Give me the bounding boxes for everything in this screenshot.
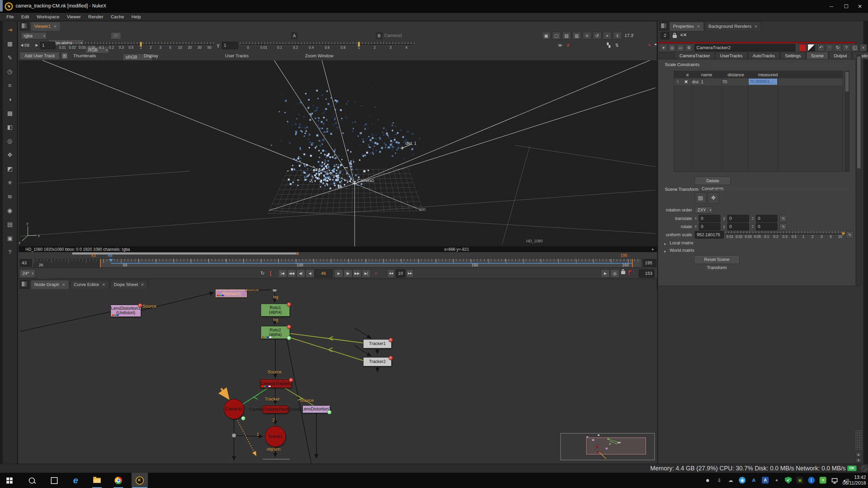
scroll-up-icon[interactable]: ▲ — [856, 452, 861, 457]
transport-button[interactable]: |▶ — [343, 269, 352, 278]
local-matrix-expander[interactable] — [664, 240, 666, 246]
node-camera1[interactable]: Camera1 — [224, 399, 244, 419]
node-graph-canvas[interactable]: LensDistortion1(Undistort)LensDistortion… — [19, 289, 657, 464]
properties-scrollbar[interactable] — [856, 54, 861, 286]
onedrive-icon[interactable]: ☁ — [726, 475, 736, 485]
reset-scene-transform-button[interactable]: Reset Scene Transform — [694, 255, 739, 264]
channels-cycle-icon[interactable]: ⇅ — [615, 43, 619, 48]
transform-tool-icon[interactable]: ✥ — [3, 150, 17, 160]
layer-stack-icon[interactable]: ≡ — [583, 32, 591, 39]
tab-background-renders[interactable]: Background Renders✕ — [705, 22, 762, 31]
toolsets-tool-icon[interactable]: ▣ — [3, 233, 17, 244]
time-tool-icon[interactable]: ◷ — [3, 67, 17, 77]
gamma-slider[interactable]: 00.010.10.20.40.60.81234 — [240, 41, 414, 50]
node-lensdistortion1[interactable]: LensDistortion1(Undistort) — [111, 305, 141, 317]
clear-panels-icon[interactable]: ≡✕ — [680, 32, 687, 38]
pane-menu-icon[interactable] — [659, 22, 669, 30]
set-in-icon[interactable]: [ — [270, 270, 272, 276]
draw-tool-icon[interactable]: ✎ — [3, 53, 17, 63]
transport-button[interactable]: ▶ — [334, 269, 343, 278]
start-button[interactable] — [1, 473, 18, 488]
zoom-level[interactable]: 17.3' — [625, 33, 634, 38]
pane-menu-icon[interactable] — [20, 280, 29, 289]
gain-slider[interactable]: 0.010.020.030.050.10.20.30.5123510203050 — [58, 41, 214, 50]
frame-range-icon[interactable]: ◎ — [610, 269, 619, 278]
collapse-toolbar-icon[interactable]: ▾▾ — [654, 43, 656, 46]
tab-dope-sheet[interactable]: Dope Sheet✕ — [110, 280, 148, 289]
menu-help[interactable]: Help — [128, 13, 145, 21]
lock-panels-icon[interactable] — [673, 33, 677, 38]
close-tab-icon[interactable]: ✕ — [697, 22, 700, 31]
node-scene1[interactable]: Scene1 — [265, 426, 286, 447]
taskbar-clock[interactable]: 13:42 06/11/2018 — [843, 474, 866, 486]
tab-autotracks[interactable]: AutoTracks — [748, 52, 780, 59]
network-icon[interactable] — [829, 475, 840, 485]
add-track-badge-icon[interactable]: ⊞ — [61, 52, 68, 60]
satellite-icon[interactable]: ⌖ — [772, 475, 782, 485]
frame-increment-field[interactable]: 10 — [396, 269, 405, 278]
help-icon[interactable]: ? — [843, 44, 850, 52]
current-frame-field[interactable]: 46 — [315, 269, 332, 278]
menu-viewer[interactable]: Viewer — [63, 13, 84, 21]
chrome-taskbar-icon[interactable] — [110, 473, 126, 488]
channel-tool-icon[interactable]: ≡ — [3, 81, 17, 91]
resize-grip[interactable] — [861, 465, 867, 472]
set-out-icon[interactable]: ○ — [374, 270, 377, 276]
rotate-x-field[interactable]: 0 — [699, 223, 721, 230]
proxy-toggle-icon[interactable]: ▢ — [552, 32, 561, 39]
skip-forward-button[interactable]: ▶▶ — [406, 269, 414, 278]
update-sync-icon[interactable]: ↺ — [593, 32, 601, 39]
people-icon[interactable]: ☻ — [703, 475, 713, 485]
views-tool-icon[interactable]: ◉ — [3, 206, 17, 216]
gain-next-icon[interactable]: ▸ — [35, 42, 39, 49]
particles-tool-icon[interactable]: ✳ — [3, 178, 17, 188]
gamma-input[interactable]: 1 — [222, 42, 238, 49]
rotate-curve-icon[interactable]: ∿ — [780, 223, 787, 230]
keyer-tool-icon[interactable]: ◧ — [3, 122, 17, 133]
tab-viewer1[interactable]: Viewer1✕ — [31, 22, 61, 31]
bookmark-flag-icon[interactable] — [629, 269, 629, 275]
add-user-track-button[interactable]: Add User Track — [20, 52, 60, 60]
wrench-icon[interactable]: ⚙ — [685, 44, 693, 52]
bluetooth-icon[interactable]: ᛒ — [806, 475, 816, 485]
center-node-icon[interactable]: ◎ — [668, 44, 676, 52]
close-tab-icon[interactable]: ✕ — [102, 280, 105, 289]
node-roto2[interactable]: Roto2(alpha) — [261, 326, 290, 339]
close-tab-icon[interactable]: ✕ — [754, 22, 757, 31]
constraints-table[interactable]: e name distance measured 1 dist. 1 70 70… — [674, 71, 843, 172]
filter-tool-icon[interactable]: ▩ — [3, 108, 17, 119]
node-cameratracker2[interactable]: CameraTracker2 — [260, 379, 292, 388]
range-out-field[interactable]: 195 — [643, 259, 656, 267]
green-app-icon[interactable]: ✳ — [818, 475, 828, 485]
edge-taskbar-icon[interactable]: e — [67, 473, 84, 488]
node-lensdistortion2[interactable]: LensDistortion2 — [302, 405, 330, 413]
slider-handle[interactable] — [140, 42, 142, 47]
float-panel-icon[interactable]: ◱ — [851, 44, 859, 52]
toolbar-content-icon[interactable]: ⇥ — [3, 25, 17, 35]
defender-icon[interactable]: ✔ — [783, 475, 793, 485]
minimize-button[interactable]: ─ — [825, 2, 838, 11]
deep-tool-icon[interactable]: ≋ — [3, 192, 17, 202]
channels-dropdown[interactable]: rgba — [21, 32, 47, 39]
skip-back-button[interactable]: ◀◀ — [387, 269, 395, 278]
max-panels-field[interactable]: 2 — [660, 32, 669, 39]
rotate-y-field[interactable]: 0 — [727, 223, 749, 230]
copy-transform-icon[interactable]: ▤ — [695, 192, 706, 204]
menu-file[interactable]: File — [3, 13, 18, 21]
in-marker[interactable] — [100, 259, 101, 268]
minimize-panel-icon[interactable]: ▾ — [660, 44, 667, 52]
monitor-icon[interactable]: ▭ — [677, 44, 684, 52]
help-tool-icon[interactable]: ? — [3, 247, 17, 258]
world-matrix-expander[interactable] — [664, 248, 666, 254]
flipbook-icon[interactable]: ▶ — [601, 269, 610, 278]
input-b-value[interactable]: Camera1 — [384, 33, 402, 38]
constraint-name[interactable]: dist. 1 — [692, 79, 704, 84]
gain-region-icon[interactable]: ▣ — [542, 32, 551, 39]
transport-button[interactable]: ▶▶ — [353, 269, 361, 278]
tab-cameratracker[interactable]: CameraTracker — [675, 52, 715, 59]
guides-icon[interactable]: # — [567, 43, 569, 48]
input-process-button[interactable]: IP — [111, 32, 121, 39]
maximize-button[interactable]: ☐ — [840, 2, 853, 11]
constraint-measured[interactable]: 70.000001... — [749, 79, 777, 85]
gain-prev-icon[interactable]: ◂ — [20, 42, 24, 49]
